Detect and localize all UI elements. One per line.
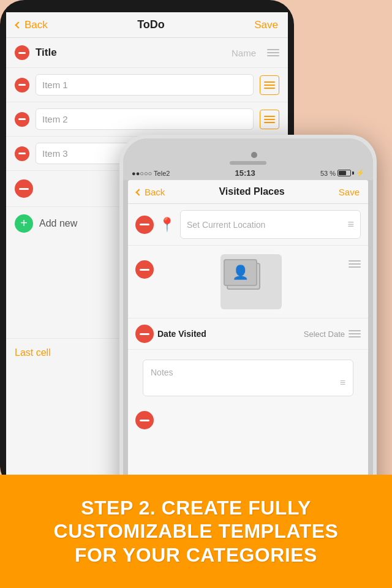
date-right: Select Date	[304, 330, 361, 339]
fg-chevron-icon	[135, 189, 142, 195]
banner-line3: FOR YOUR CATEGORIES	[54, 543, 339, 567]
location-row: 📍 Set Current Location ≡	[128, 204, 368, 246]
photo-frame-front: 👤	[224, 259, 257, 286]
remove-title-button[interactable]	[15, 45, 29, 60]
banner-line1: STEP 2. CREATE FULLY	[54, 496, 339, 519]
bottom-minus-row	[128, 406, 368, 434]
notes-reorder-icon: ≡	[340, 377, 345, 388]
photo-reorder-icon	[349, 260, 361, 268]
banner-text: STEP 2. CREATE FULLY CUSTOMIZABLE TEMPLA…	[42, 496, 351, 567]
lightning-icon: ⚡	[356, 169, 364, 177]
fg-nav-title: Visited Places	[219, 186, 284, 197]
item1-field[interactable]: Item 1	[36, 74, 254, 96]
remove-bottom-button[interactable]	[135, 411, 154, 429]
date-reorder-icon	[349, 330, 361, 337]
notes-field[interactable]: Notes ≡	[143, 360, 353, 396]
date-visited-label: Date Visited	[157, 329, 206, 339]
select-date-text[interactable]: Select Date	[304, 330, 345, 339]
remove-photo-button[interactable]	[135, 260, 154, 279]
date-left: Date Visited	[135, 325, 206, 343]
add-new-button[interactable]	[15, 214, 33, 233]
reorder-icon	[267, 49, 279, 56]
bg-nav-bar: Back ToDo Save	[6, 12, 288, 38]
remove-item2-button[interactable]	[15, 112, 29, 127]
title-label: Title	[36, 47, 57, 59]
remove-location-button[interactable]	[135, 216, 154, 234]
carrier-text: ●●○○○ Tele2	[132, 170, 170, 177]
item-1-row: Item 1	[6, 68, 288, 102]
name-placeholder: Name	[63, 48, 261, 58]
location-pin-icon: 📍	[159, 217, 175, 233]
fg-save-button[interactable]: Save	[339, 187, 360, 197]
list-icon-item1	[260, 75, 279, 95]
person-icon: 👤	[232, 265, 249, 281]
remove-date-button[interactable]	[135, 325, 154, 343]
item2-field[interactable]: Item 2	[36, 108, 254, 130]
remove-extra-button[interactable]	[15, 179, 33, 198]
bottom-banner: STEP 2. CREATE FULLY CUSTOMIZABLE TEMPLA…	[0, 475, 392, 588]
bg-back-button[interactable]: Back	[16, 19, 48, 31]
camera	[251, 152, 257, 158]
photo-row: 👤	[128, 246, 368, 318]
battery-area: 53 % ⚡	[320, 169, 364, 177]
speaker	[230, 161, 266, 165]
date-row: Date Visited Select Date	[128, 318, 368, 350]
battery-icon	[337, 170, 354, 176]
photo-placeholder[interactable]: 👤	[221, 254, 282, 309]
fg-back-button[interactable]: Back	[137, 187, 165, 197]
bg-nav-title: ToDo	[137, 18, 165, 31]
status-bar: ●●○○○ Tele2 15:13 53 % ⚡	[123, 138, 373, 180]
bg-save-button[interactable]: Save	[254, 19, 278, 31]
remove-item1-button[interactable]	[15, 78, 29, 92]
banner-line2: CUSTOMIZABLE TEMPLATES	[54, 519, 339, 543]
item-2-row: Item 2	[6, 102, 288, 137]
fg-nav-bar: Back Visited Places Save	[128, 180, 368, 204]
remove-item3-button[interactable]	[15, 146, 29, 161]
location-reorder-icon: ≡	[347, 218, 354, 231]
chevron-left-icon	[15, 21, 21, 28]
time-text: 15:13	[235, 168, 255, 178]
add-new-label: Add new	[39, 218, 77, 229]
title-row: Title Name	[6, 38, 288, 68]
status-row: ●●○○○ Tele2 15:13 53 % ⚡	[123, 168, 373, 178]
notes-container: Notes ≡	[128, 350, 368, 406]
location-field[interactable]: Set Current Location ≡	[180, 210, 361, 239]
list-icon-item2	[260, 110, 279, 129]
